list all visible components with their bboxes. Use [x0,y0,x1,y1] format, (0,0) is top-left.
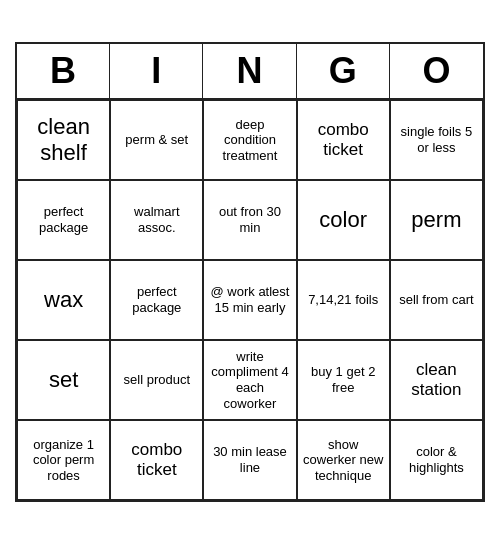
bingo-cell: single foils 5 or less [390,100,483,180]
bingo-cell: set [17,340,110,420]
bingo-header: BINGO [17,44,483,100]
bingo-cell: deep condition treatment [203,100,296,180]
bingo-cell: walmart assoc. [110,180,203,260]
bingo-cell: perfect package [110,260,203,340]
bingo-cell: combo ticket [110,420,203,500]
bingo-cell: sell product [110,340,203,420]
bingo-cell: perm & set [110,100,203,180]
bingo-cell: buy 1 get 2 free [297,340,390,420]
bingo-card: BINGO clean shelfperm & setdeep conditio… [15,42,485,502]
bingo-cell: color & highlights [390,420,483,500]
header-letter: I [110,44,203,98]
bingo-cell: @ work atlest 15 min early [203,260,296,340]
bingo-cell: combo ticket [297,100,390,180]
bingo-cell: 7,14,21 foils [297,260,390,340]
bingo-cell: clean station [390,340,483,420]
bingo-grid: clean shelfperm & setdeep condition trea… [17,100,483,500]
bingo-cell: 30 min lease line [203,420,296,500]
bingo-cell: write compliment 4 each coworker [203,340,296,420]
bingo-cell: wax [17,260,110,340]
header-letter: B [17,44,110,98]
bingo-cell: sell from cart [390,260,483,340]
bingo-cell: clean shelf [17,100,110,180]
bingo-cell: perm [390,180,483,260]
header-letter: O [390,44,483,98]
header-letter: G [297,44,390,98]
bingo-cell: show cowerker new technique [297,420,390,500]
bingo-cell: organize 1 color perm rodes [17,420,110,500]
header-letter: N [203,44,296,98]
bingo-cell: perfect package [17,180,110,260]
bingo-cell: out fron 30 min [203,180,296,260]
bingo-cell: color [297,180,390,260]
